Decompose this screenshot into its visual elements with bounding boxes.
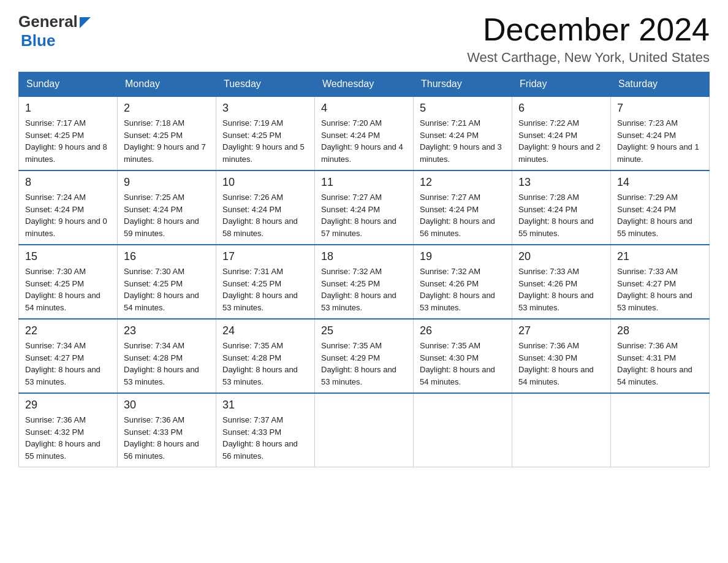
sunrise-label: Sunrise: 7:19 AM [222,118,283,128]
day-number: 7 [617,102,703,115]
sunrise-label: Sunrise: 7:22 AM [518,118,579,128]
day-info: Sunrise: 7:28 AM Sunset: 4:24 PM Dayligh… [518,191,604,239]
sunset-label: Sunset: 4:24 PM [617,131,676,140]
sunrise-label: Sunrise: 7:28 AM [518,193,579,202]
calendar-cell: 19 Sunrise: 7:32 AM Sunset: 4:26 PM Dayl… [414,245,512,319]
sunrise-label: Sunrise: 7:33 AM [518,267,579,276]
daylight-label: Daylight: 9 hours and 7 minutes. [124,142,206,164]
sunset-label: Sunset: 4:24 PM [321,131,380,140]
calendar-week-row: 15 Sunrise: 7:30 AM Sunset: 4:25 PM Dayl… [19,245,710,319]
calendar-cell: 8 Sunrise: 7:24 AM Sunset: 4:24 PM Dayli… [19,170,118,245]
calendar-cell: 12 Sunrise: 7:27 AM Sunset: 4:24 PM Dayl… [414,170,512,245]
daylight-label: Daylight: 8 hours and 54 minutes. [518,365,594,386]
sunrise-label: Sunrise: 7:26 AM [222,193,283,202]
calendar-week-row: 22 Sunrise: 7:34 AM Sunset: 4:27 PM Dayl… [19,319,710,393]
sunrise-label: Sunrise: 7:30 AM [124,267,184,276]
daylight-label: Daylight: 8 hours and 53 minutes. [518,291,594,312]
weekday-header-saturday: Saturday [611,72,710,97]
calendar-cell: 5 Sunrise: 7:21 AM Sunset: 4:24 PM Dayli… [414,96,512,170]
daylight-label: Daylight: 8 hours and 56 minutes. [222,439,298,461]
logo: General Blue [18,12,91,50]
calendar-cell: 22 Sunrise: 7:34 AM Sunset: 4:27 PM Dayl… [19,319,118,393]
sunset-label: Sunset: 4:26 PM [420,279,479,288]
day-info: Sunrise: 7:37 AM Sunset: 4:33 PM Dayligh… [222,414,308,462]
calendar-table: SundayMondayTuesdayWednesdayThursdayFrid… [18,72,710,467]
sunset-label: Sunset: 4:33 PM [222,427,281,437]
day-number: 3 [222,102,308,115]
calendar-cell: 6 Sunrise: 7:22 AM Sunset: 4:24 PM Dayli… [512,96,611,170]
sunset-label: Sunset: 4:25 PM [222,279,281,288]
daylight-label: Daylight: 8 hours and 55 minutes. [617,216,692,238]
sunset-label: Sunset: 4:27 PM [25,353,84,362]
sunrise-label: Sunrise: 7:31 AM [222,267,283,276]
page-header: General Blue December 2024 West Carthage… [18,12,710,66]
daylight-label: Daylight: 8 hours and 56 minutes. [124,439,199,461]
sunrise-label: Sunrise: 7:30 AM [25,267,86,276]
daylight-label: Daylight: 8 hours and 59 minutes. [124,216,199,238]
day-info: Sunrise: 7:35 AM Sunset: 4:29 PM Dayligh… [321,340,407,388]
sunset-label: Sunset: 4:24 PM [321,205,380,214]
day-info: Sunrise: 7:18 AM Sunset: 4:25 PM Dayligh… [124,117,210,165]
calendar-cell: 30 Sunrise: 7:36 AM Sunset: 4:33 PM Dayl… [118,393,216,467]
day-info: Sunrise: 7:26 AM Sunset: 4:24 PM Dayligh… [222,191,308,239]
sunrise-label: Sunrise: 7:35 AM [420,341,480,350]
calendar-cell [414,393,512,467]
sunrise-label: Sunrise: 7:36 AM [124,415,184,424]
day-number: 27 [518,324,604,337]
daylight-label: Daylight: 8 hours and 53 minutes. [222,291,298,312]
day-info: Sunrise: 7:35 AM Sunset: 4:30 PM Dayligh… [420,340,506,388]
day-info: Sunrise: 7:21 AM Sunset: 4:24 PM Dayligh… [420,117,506,165]
daylight-label: Daylight: 8 hours and 53 minutes. [25,365,100,386]
sunset-label: Sunset: 4:28 PM [124,353,183,362]
sunrise-label: Sunrise: 7:17 AM [25,118,86,128]
sunset-label: Sunset: 4:26 PM [518,279,577,288]
page-title: December 2024 [467,12,710,47]
sunrise-label: Sunrise: 7:36 AM [518,341,579,350]
day-info: Sunrise: 7:36 AM Sunset: 4:30 PM Dayligh… [518,340,604,388]
sunrise-label: Sunrise: 7:27 AM [321,193,382,202]
day-info: Sunrise: 7:24 AM Sunset: 4:24 PM Dayligh… [25,191,111,239]
day-number: 23 [124,324,210,337]
sunrise-label: Sunrise: 7:25 AM [124,193,184,202]
title-section: December 2024 West Carthage, New York, U… [467,12,710,66]
day-number: 14 [617,176,703,189]
svg-marker-0 [80,17,91,28]
sunset-label: Sunset: 4:33 PM [124,427,183,437]
sunset-label: Sunset: 4:27 PM [617,279,676,288]
daylight-label: Daylight: 8 hours and 55 minutes. [518,216,594,238]
weekday-header-tuesday: Tuesday [216,72,315,97]
day-number: 8 [25,176,111,189]
calendar-cell: 4 Sunrise: 7:20 AM Sunset: 4:24 PM Dayli… [315,96,414,170]
day-number: 13 [518,176,604,189]
sunset-label: Sunset: 4:28 PM [222,353,281,362]
calendar-cell: 10 Sunrise: 7:26 AM Sunset: 4:24 PM Dayl… [216,170,315,245]
day-number: 9 [124,176,210,189]
sunset-label: Sunset: 4:24 PM [518,131,577,140]
calendar-cell: 31 Sunrise: 7:37 AM Sunset: 4:33 PM Dayl… [216,393,315,467]
sunrise-label: Sunrise: 7:21 AM [420,118,480,128]
day-number: 10 [222,176,308,189]
daylight-label: Daylight: 8 hours and 53 minutes. [617,291,692,312]
calendar-cell: 11 Sunrise: 7:27 AM Sunset: 4:24 PM Dayl… [315,170,414,245]
sunset-label: Sunset: 4:32 PM [25,427,84,437]
day-info: Sunrise: 7:17 AM Sunset: 4:25 PM Dayligh… [25,117,111,165]
day-info: Sunrise: 7:34 AM Sunset: 4:28 PM Dayligh… [124,340,210,388]
day-info: Sunrise: 7:25 AM Sunset: 4:24 PM Dayligh… [124,191,210,239]
sunset-label: Sunset: 4:24 PM [420,131,479,140]
day-info: Sunrise: 7:23 AM Sunset: 4:24 PM Dayligh… [617,117,703,165]
day-info: Sunrise: 7:33 AM Sunset: 4:26 PM Dayligh… [518,266,604,313]
calendar-cell: 25 Sunrise: 7:35 AM Sunset: 4:29 PM Dayl… [315,319,414,393]
day-info: Sunrise: 7:19 AM Sunset: 4:25 PM Dayligh… [222,117,308,165]
calendar-cell: 20 Sunrise: 7:33 AM Sunset: 4:26 PM Dayl… [512,245,611,319]
sunrise-label: Sunrise: 7:20 AM [321,118,382,128]
daylight-label: Daylight: 8 hours and 53 minutes. [222,365,298,386]
day-info: Sunrise: 7:30 AM Sunset: 4:25 PM Dayligh… [25,266,111,313]
day-info: Sunrise: 7:36 AM Sunset: 4:31 PM Dayligh… [617,340,703,388]
daylight-label: Daylight: 8 hours and 53 minutes. [321,365,396,386]
calendar-cell: 9 Sunrise: 7:25 AM Sunset: 4:24 PM Dayli… [118,170,216,245]
daylight-label: Daylight: 8 hours and 53 minutes. [124,365,199,386]
sunrise-label: Sunrise: 7:32 AM [321,267,382,276]
daylight-label: Daylight: 8 hours and 57 minutes. [321,216,396,238]
calendar-week-row: 29 Sunrise: 7:36 AM Sunset: 4:32 PM Dayl… [19,393,710,467]
day-number: 19 [420,250,506,263]
